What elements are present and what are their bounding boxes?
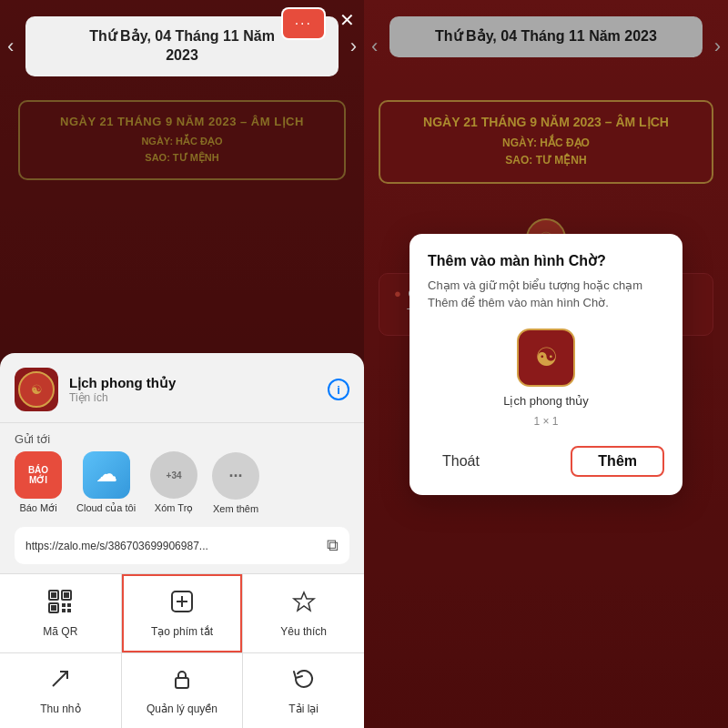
action-minimize[interactable]: Thu nhỏ [0, 653, 121, 728]
dialog-desc: Chạm và giữ một biểu tượng hoặc chạm Thê… [428, 277, 664, 312]
action-favorite[interactable]: Yêu thích [243, 574, 364, 652]
share-app-row: ☯ Lịch phong thủy Tiện ích i [0, 368, 364, 423]
right-background: ‹ › Thứ Bảy, 04 Tháng 11 Năm 2023 NGÀY 2… [364, 0, 728, 728]
bao-moi-label: Báo Mới [19, 502, 56, 514]
add-to-homescreen-dialog: Thêm vào màn hình Chờ? Chạm và giữ một b… [410, 234, 682, 495]
cloud-label: Cloud của tôi [76, 502, 136, 514]
app-name-label: Lịch phong thủy [69, 375, 176, 391]
reload-icon [291, 666, 317, 697]
svg-rect-8 [62, 609, 66, 612]
dialog-app-preview: ☯ Lịch phong thủy 1 × 1 [428, 329, 664, 428]
action-grid-row2: Thu nhỏ Quản lý quyền [0, 653, 364, 728]
app-icon-inner: ☯ [18, 371, 55, 408]
share-sheet: ☯ Lịch phong thủy Tiện ích i Gửi tới BÁO… [0, 353, 364, 728]
copy-icon[interactable]: ⧉ [327, 536, 339, 555]
favorite-icon [291, 589, 317, 620]
send-to-label: Gửi tới [0, 423, 364, 451]
xom-tro-icon: +34 [150, 451, 197, 499]
svg-line-14 [53, 672, 67, 686]
action-grid-row1: Mã QR Tạo phím tắt [0, 573, 364, 653]
cancel-dialog-button[interactable]: Thoát [428, 448, 494, 475]
xem-them-label: Xem thêm [213, 503, 258, 514]
dialog-app-size: 1 × 1 [533, 415, 558, 428]
action-permissions[interactable]: Quản lý quyền [122, 653, 243, 728]
reload-label: Tải lại [288, 703, 318, 715]
calendar-date-left: Thứ Bảy, 04 Tháng 11 Năm 2023 [40, 27, 324, 66]
xom-tro-label: Xóm Trọ [155, 502, 193, 514]
action-shortcut[interactable]: Tạo phím tắt [122, 574, 243, 652]
add-dialog-button[interactable]: Thêm [571, 446, 664, 477]
bao-moi-icon: BÁOMỚI [15, 451, 62, 499]
cloud-icon: ☁ [83, 451, 130, 499]
left-panel: ‹ › Thứ Bảy, 04 Tháng 11 Năm 2023 ··· ✕ … [0, 0, 364, 728]
next-month-arrow-left[interactable]: › [350, 35, 357, 58]
send-app-cloud[interactable]: ☁ Cloud của tôi [76, 451, 136, 514]
dialog-app-name: Lịch phong thủy [503, 394, 589, 408]
send-app-xom-tro[interactable]: +34 Xóm Trọ [150, 451, 197, 514]
svg-marker-13 [294, 592, 314, 611]
send-app-xem-them[interactable]: ··· Xem thêm [212, 452, 259, 514]
svg-rect-6 [62, 603, 66, 607]
shortcut-label: Tạo phím tắt [151, 625, 213, 638]
permissions-icon [169, 666, 195, 697]
permissions-label: Quản lý quyền [147, 703, 217, 715]
dialog-app-symbol: ☯ [535, 342, 558, 372]
dialog-buttons: Thoát Thêm [428, 446, 664, 477]
svg-rect-5 [51, 605, 56, 611]
right-panel: ‹ › Thứ Bảy, 04 Tháng 11 Năm 2023 NGÀY 2… [364, 0, 728, 728]
action-reload[interactable]: Tải lại [243, 653, 364, 728]
left-background: ‹ › Thứ Bảy, 04 Tháng 11 Năm 2023 ··· ✕ … [0, 0, 364, 728]
minimize-label: Thu nhỏ [40, 703, 80, 715]
url-text: https://zalo.me/s/386703699906987... [25, 540, 319, 552]
info-button[interactable]: i [328, 379, 349, 400]
minimize-icon [47, 666, 73, 697]
svg-rect-7 [67, 603, 71, 607]
url-row: https://zalo.me/s/386703699906987... ⧉ [15, 527, 349, 564]
close-button[interactable]: ✕ [339, 9, 355, 31]
app-icon: ☯ [15, 368, 58, 411]
xem-them-icon: ··· [212, 452, 259, 500]
action-qr[interactable]: Mã QR [0, 574, 121, 652]
menu-dots-icon: ··· [295, 15, 312, 31]
app-symbol: ☯ [31, 382, 43, 397]
shortcut-icon [169, 589, 195, 620]
svg-rect-3 [64, 592, 69, 598]
dialog-overlay: Thêm vào màn hình Chờ? Chạm và giữ một b… [364, 0, 728, 728]
send-app-bao-moi[interactable]: BÁOMỚI Báo Mới [15, 451, 62, 514]
dialog-title: Thêm vào màn hình Chờ? [428, 252, 664, 269]
menu-dots-button[interactable]: ··· [283, 9, 324, 38]
svg-rect-1 [51, 592, 56, 598]
dialog-app-icon: ☯ [517, 329, 575, 387]
favorite-label: Yêu thích [280, 625, 327, 638]
app-info: Lịch phong thủy Tiện ích [69, 375, 176, 404]
qr-label: Mã QR [43, 625, 77, 638]
svg-rect-9 [67, 609, 71, 612]
app-sub-label: Tiện ích [69, 391, 176, 404]
qr-icon [47, 589, 73, 620]
send-apps-row: BÁOMỚI Báo Mới ☁ Cloud của tôi +34 Xó [0, 451, 364, 527]
svg-rect-15 [176, 678, 188, 688]
prev-month-arrow-left[interactable]: ‹ [7, 35, 14, 58]
